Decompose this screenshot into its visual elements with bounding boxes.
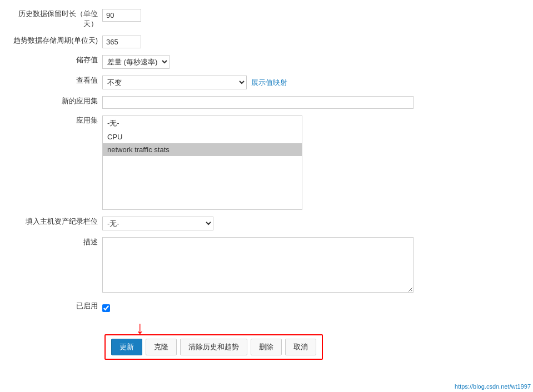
- delete-button[interactable]: 删除: [251, 339, 282, 355]
- list-item[interactable]: -无-: [103, 116, 302, 130]
- clone-button[interactable]: 克隆: [146, 339, 177, 355]
- view-value-label: 查看值: [11, 72, 100, 93]
- new-app-input[interactable]: [102, 96, 414, 109]
- list-item[interactable]: network traffic stats: [103, 143, 302, 156]
- enabled-checkbox[interactable]: [102, 304, 110, 312]
- list-item[interactable]: CPU: [103, 130, 302, 143]
- trend-storage-label: 趋势数据存储周期(单位天): [11, 32, 100, 52]
- history-retention-input[interactable]: [102, 9, 141, 22]
- view-value-select[interactable]: 不变: [102, 76, 247, 89]
- show-value-mapping-link[interactable]: 展示值映射: [251, 78, 287, 88]
- storage-value-label: 储存值: [11, 52, 100, 72]
- cancel-button[interactable]: 取消: [285, 339, 316, 355]
- description-textarea[interactable]: [102, 237, 414, 293]
- trend-storage-input[interactable]: [102, 36, 141, 48]
- new-app-label: 新的应用集: [11, 93, 100, 112]
- action-buttons-bar: 更新 克隆 清除历史和趋势 删除 取消: [104, 334, 323, 360]
- enabled-label: 已启用: [11, 298, 100, 315]
- app-listbox[interactable]: -无- CPU network traffic stats: [102, 115, 302, 210]
- history-retention-label: 历史数据保留时长（单位天）: [11, 6, 100, 32]
- host-record-select[interactable]: -无-: [102, 217, 213, 230]
- update-button[interactable]: 更新: [111, 339, 142, 355]
- app-group-label: 应用集: [11, 112, 100, 213]
- storage-value-select[interactable]: 差量 (每秒速率): [102, 55, 170, 69]
- description-label: 描述: [11, 234, 100, 298]
- host-record-label: 填入主机资产纪录栏位: [11, 213, 100, 234]
- watermark-link[interactable]: https://blog.csdn.net/wt1997: [455, 383, 531, 390]
- clear-history-button[interactable]: 清除历史和趋势: [180, 339, 247, 355]
